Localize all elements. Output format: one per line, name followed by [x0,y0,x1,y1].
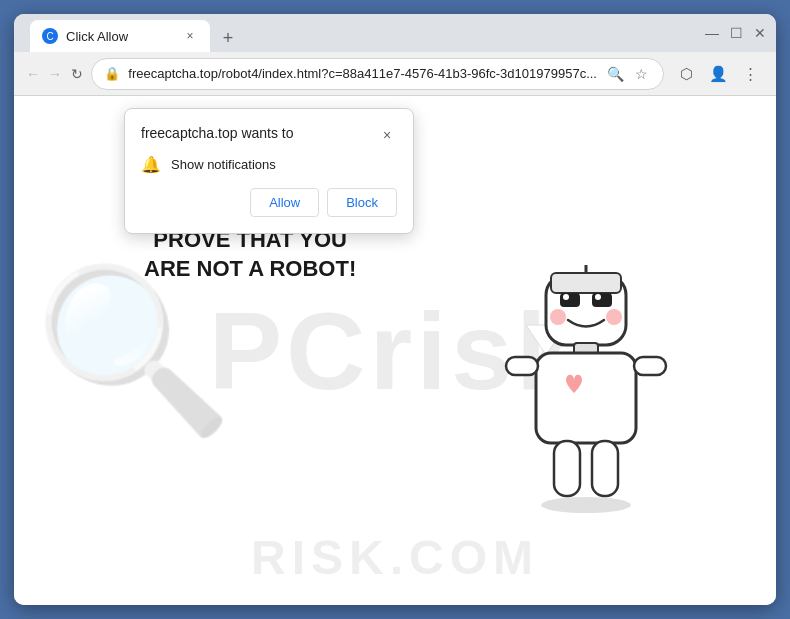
window-controls: — ☐ ✕ [704,25,768,41]
forward-button[interactable]: → [48,60,62,88]
popup-buttons: Allow Block [141,188,397,217]
tab-bar: C Click Allow × + [22,14,700,52]
svg-point-17 [541,497,631,513]
svg-rect-6 [592,293,612,307]
extension-icon[interactable]: ⬡ [672,60,700,88]
browser-window: C Click Allow × + — ☐ ✕ ← → ↻ 🔒 freecapt… [14,14,776,605]
svg-rect-14 [634,357,666,375]
active-tab[interactable]: C Click Allow × [30,20,210,52]
robot-image [486,265,716,605]
address-action-icons: 🔍 ☆ [605,64,651,84]
captcha-text: PROVE THAT YOU ARE NOT A ROBOT! [144,226,356,283]
menu-icon[interactable]: ⋮ [736,60,764,88]
svg-point-8 [595,294,601,300]
page-content: 🔍 PCrisk RISK.COM PROVE THAT YOU ARE NOT… [14,96,776,605]
svg-point-10 [606,309,622,325]
svg-point-9 [550,309,566,325]
notification-popup: freecaptcha.top wants to × 🔔 Show notifi… [124,108,414,234]
popup-title: freecaptcha.top wants to [141,125,294,141]
address-url: freecaptcha.top/robot4/index.html?c=88a4… [128,66,597,81]
popup-close-button[interactable]: × [377,125,397,145]
svg-rect-13 [506,357,538,375]
svg-rect-15 [554,441,580,496]
close-button[interactable]: ✕ [752,25,768,41]
maximize-button[interactable]: ☐ [728,25,744,41]
toolbar-icons: ⬡ 👤 ⋮ [672,60,764,88]
svg-rect-5 [560,293,580,307]
back-button[interactable]: ← [26,60,40,88]
svg-rect-16 [592,441,618,496]
search-icon[interactable]: 🔍 [605,64,625,84]
svg-rect-4 [551,273,621,293]
tab-favicon: C [42,28,58,44]
lock-icon: 🔒 [104,66,120,81]
permission-label: Show notifications [171,157,276,172]
tab-title: Click Allow [66,29,174,44]
block-button[interactable]: Block [327,188,397,217]
address-bar: ← → ↻ 🔒 freecaptcha.top/robot4/index.htm… [14,52,776,96]
magnifier-watermark: 🔍 [34,257,234,445]
svg-rect-12 [536,353,636,443]
bell-icon: 🔔 [141,155,161,174]
tab-close-button[interactable]: × [182,28,198,44]
title-bar: C Click Allow × + — ☐ ✕ [14,14,776,52]
popup-permission-row: 🔔 Show notifications [141,155,397,174]
minimize-button[interactable]: — [704,25,720,41]
popup-header: freecaptcha.top wants to × [141,125,397,145]
svg-point-7 [563,294,569,300]
reload-button[interactable]: ↻ [70,60,83,88]
allow-button[interactable]: Allow [250,188,319,217]
bookmark-icon[interactable]: ☆ [631,64,651,84]
new-tab-button[interactable]: + [214,24,242,52]
profile-icon[interactable]: 👤 [704,60,732,88]
address-input[interactable]: 🔒 freecaptcha.top/robot4/index.html?c=88… [91,58,664,90]
